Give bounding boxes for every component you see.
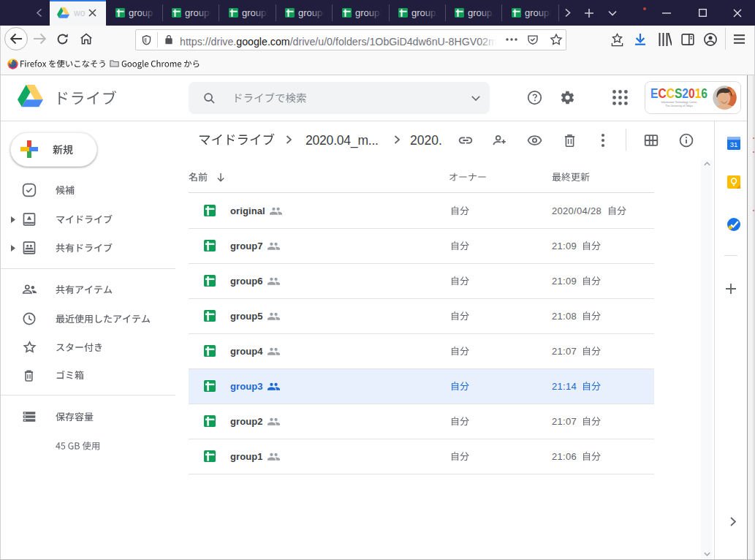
svg-text:31: 31 <box>730 140 738 148</box>
